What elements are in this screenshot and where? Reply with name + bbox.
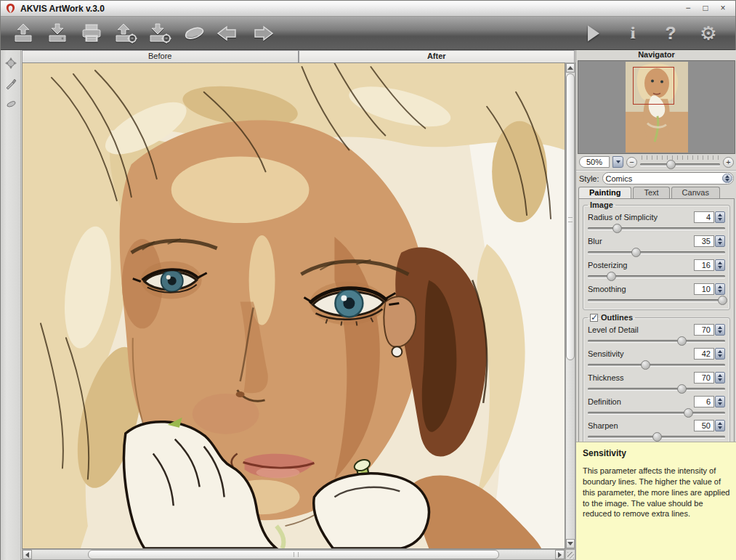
navigator-box[interactable] <box>578 60 735 154</box>
style-select[interactable]: Comics <box>602 172 734 184</box>
param-slider-thumb[interactable] <box>652 432 662 442</box>
style-row: Style: Comics <box>576 171 736 186</box>
param-row-sensitivity: Sensitivity 42 <box>588 347 725 369</box>
preferences-button[interactable] <box>696 21 721 46</box>
param-spinner[interactable] <box>715 211 725 223</box>
eraser-button[interactable] <box>180 21 208 46</box>
param-slider-track[interactable] <box>588 362 725 369</box>
param-slider-track[interactable] <box>588 434 725 441</box>
open-image-icon <box>12 23 35 44</box>
horizontal-scroll-thumb[interactable] <box>88 550 500 559</box>
redo-button[interactable] <box>248 21 276 46</box>
scroll-right-arrow[interactable] <box>555 550 565 559</box>
scroll-left-arrow[interactable] <box>23 550 32 559</box>
tab-before[interactable]: Before <box>22 50 299 62</box>
param-slider-track[interactable] <box>588 410 725 417</box>
tab-text[interactable]: Text <box>633 187 669 198</box>
param-label: Level of Detail <box>588 325 694 334</box>
painting-parameters-panel: Image Radius of Simplicity 4 Blur 35 <box>578 198 735 450</box>
run-button[interactable] <box>580 21 607 46</box>
tab-painting[interactable]: Painting <box>578 187 631 198</box>
style-selected-value: Comics <box>606 174 633 183</box>
param-row-definition: Definition 6 <box>588 395 725 417</box>
tab-canvas[interactable]: Canvas <box>671 187 720 198</box>
akvis-logo-icon <box>5 3 16 14</box>
param-label: Smoothing <box>588 285 694 293</box>
param-spinner[interactable] <box>715 396 725 407</box>
undo-button[interactable] <box>214 21 242 46</box>
scroll-down-arrow[interactable] <box>566 539 575 548</box>
param-spinner[interactable] <box>715 259 725 271</box>
outlines-group-legend: Outlines <box>588 313 635 322</box>
param-slider-track[interactable] <box>588 273 725 280</box>
param-value-input[interactable]: 70 <box>694 324 714 336</box>
param-spinner[interactable] <box>715 348 725 360</box>
param-row-radius-of-simplicity: Radius of Simplicity 4 <box>588 211 725 232</box>
main-toolbar <box>1 17 735 50</box>
param-slider-track[interactable] <box>588 386 725 393</box>
image-group: Image Radius of Simplicity 4 Blur 35 <box>583 200 730 310</box>
export-presets-button[interactable] <box>146 21 174 46</box>
after-image-canvas[interactable] <box>22 62 565 549</box>
param-slider-thumb[interactable] <box>612 224 622 233</box>
param-spinner[interactable] <box>715 420 725 431</box>
about-button[interactable] <box>620 21 645 46</box>
maximize-button[interactable]: □ <box>700 4 711 14</box>
scroll-up-arrow[interactable] <box>566 63 575 73</box>
param-label: Definition <box>588 397 694 406</box>
param-value-input[interactable]: 6 <box>694 396 714 407</box>
tab-after[interactable]: After <box>299 50 575 62</box>
outlines-checkbox[interactable] <box>590 314 598 322</box>
zoom-slider-thumb[interactable] <box>666 160 676 169</box>
style-spinner[interactable] <box>722 174 732 183</box>
chevron-up-icon <box>725 175 729 178</box>
param-spinner[interactable] <box>715 324 725 336</box>
param-spinner[interactable] <box>715 372 725 384</box>
import-presets-button[interactable] <box>112 21 139 46</box>
zoom-dropdown-button[interactable] <box>612 156 623 168</box>
pan-tool-button[interactable] <box>4 56 18 70</box>
param-value-input[interactable]: 4 <box>694 211 714 223</box>
param-slider-thumb[interactable] <box>677 336 687 346</box>
param-value-input[interactable]: 10 <box>694 283 714 295</box>
eraser-tool-button[interactable] <box>4 97 18 111</box>
horizontal-scrollbar[interactable] <box>22 549 565 560</box>
param-slider-thumb[interactable] <box>631 248 641 257</box>
param-slider-track[interactable] <box>588 297 725 304</box>
zoom-value-field[interactable]: 50% <box>579 156 610 168</box>
param-value-input[interactable]: 50 <box>694 420 714 431</box>
param-slider-track[interactable] <box>588 338 725 345</box>
param-slider-thumb[interactable] <box>684 408 693 418</box>
param-label: Thickness <box>588 373 694 382</box>
param-spinner[interactable] <box>715 283 725 295</box>
param-slider-thumb[interactable] <box>718 296 727 305</box>
param-slider-track[interactable] <box>588 249 725 256</box>
param-value-input[interactable]: 70 <box>694 372 714 384</box>
param-slider-thumb[interactable] <box>677 384 687 394</box>
zoom-slider[interactable] <box>640 155 720 169</box>
navigator-view-rectangle[interactable] <box>633 67 674 105</box>
save-image-button[interactable] <box>44 21 71 46</box>
param-spinner[interactable] <box>715 235 725 247</box>
help-button[interactable] <box>658 21 683 46</box>
open-image-button[interactable] <box>9 21 37 46</box>
param-row-thickness: Thickness 70 <box>588 371 725 393</box>
param-slider-thumb[interactable] <box>607 272 616 281</box>
zoom-in-button[interactable]: + <box>723 157 734 168</box>
print-icon <box>80 23 103 44</box>
vertical-scrollbar[interactable] <box>565 62 575 549</box>
vertical-scroll-thumb[interactable] <box>566 73 575 360</box>
param-value-input[interactable]: 16 <box>694 259 714 271</box>
param-value-input[interactable]: 42 <box>694 348 714 360</box>
param-slider-track[interactable] <box>588 225 725 232</box>
print-button[interactable] <box>78 21 105 46</box>
left-tool-strip <box>1 50 21 560</box>
resize-corner[interactable] <box>565 549 575 560</box>
zoom-out-button[interactable]: − <box>626 157 637 168</box>
minimize-button[interactable]: − <box>683 4 693 14</box>
stroke-direction-tool-button[interactable] <box>4 76 18 91</box>
hint-panel: Sensitivity This parameter affects the i… <box>576 442 736 560</box>
close-button[interactable]: × <box>718 4 728 14</box>
param-value-input[interactable]: 35 <box>694 235 714 247</box>
param-slider-thumb[interactable] <box>641 360 650 370</box>
